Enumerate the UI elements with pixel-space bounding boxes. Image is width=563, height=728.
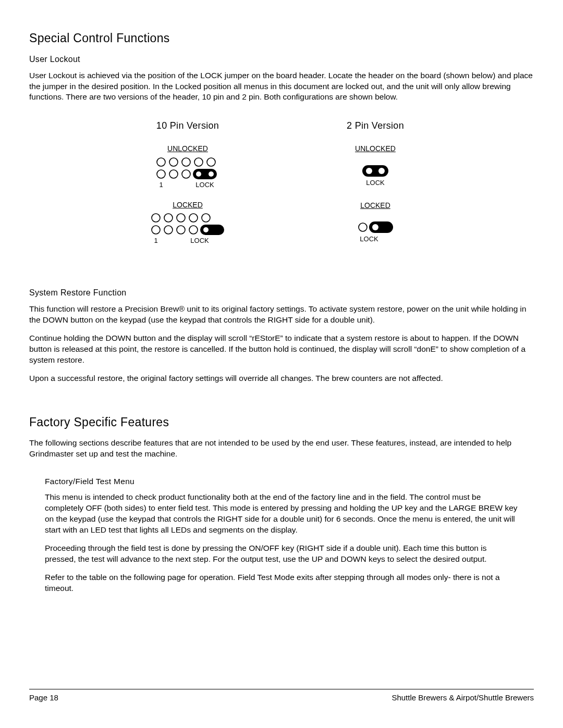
svg-point-0 <box>157 158 165 166</box>
footer-product-name: Shuttle Brewers & Airpot/Shuttle Brewers <box>391 693 534 703</box>
svg-point-3 <box>194 158 203 166</box>
svg-point-17 <box>164 226 173 234</box>
svg-point-2 <box>182 158 190 166</box>
svg-point-4 <box>207 158 215 166</box>
svg-point-9 <box>196 171 201 177</box>
page-footer: Page 18 Shuttle Brewers & Airpot/Shuttle… <box>29 689 534 703</box>
svg-point-19 <box>189 226 198 234</box>
footer-page-number: Page 18 <box>29 693 58 703</box>
two-pin-unlocked: UNLOCKED LOCK <box>315 144 435 189</box>
ten-pin-column: 10 Pin Version UNLOCKED <box>128 119 248 256</box>
paragraph-sysrestore-2: Continue holding the DOWN button and the… <box>29 333 534 366</box>
svg-point-16 <box>152 226 160 234</box>
state-label-locked: LOCKED <box>315 201 435 211</box>
two-pin-locked: LOCKED LOCK <box>315 201 435 246</box>
svg-point-1 <box>169 158 178 166</box>
two-pin-unlocked-diagram: LOCK <box>360 163 391 189</box>
state-label-unlocked: UNLOCKED <box>315 144 435 154</box>
ten-pin-unlocked-diagram: 1 LOCK <box>154 157 222 191</box>
heading-user-lockout: User Lockout <box>29 54 534 65</box>
two-pin-title: 2 Pin Version <box>315 119 435 132</box>
paragraph-user-lockout: User Lockout is achieved via the positio… <box>29 70 534 103</box>
svg-point-25 <box>359 223 367 231</box>
svg-point-13 <box>177 214 185 222</box>
heading-factory-specific: Factory Specific Features <box>29 414 534 430</box>
factory-field-test-section: Factory/Field Test Menu This menu is int… <box>29 467 534 594</box>
svg-point-7 <box>182 170 190 178</box>
lock-label: LOCK <box>195 181 214 189</box>
paragraph-sysrestore-1: This function will restore a Precision B… <box>29 304 534 326</box>
state-label-unlocked: UNLOCKED <box>128 144 248 154</box>
heading-special-control-functions: Special Control Functions <box>29 30 534 46</box>
ten-pin-title: 10 Pin Version <box>128 119 248 132</box>
two-pin-column: 2 Pin Version UNLOCKED LOCK LOCKED <box>315 119 435 256</box>
svg-point-18 <box>177 226 185 234</box>
svg-point-21 <box>203 227 209 232</box>
paragraph-fieldtest-2: Proceeding through the field test is don… <box>45 543 518 565</box>
svg-point-10 <box>209 171 214 177</box>
svg-point-27 <box>372 224 378 230</box>
paragraph-fieldtest-3: Refer to the table on the following page… <box>45 572 518 594</box>
ten-pin-locked-diagram: 1 LOCK <box>149 213 227 246</box>
svg-point-23 <box>366 168 372 174</box>
pin1-label: 1 <box>154 237 157 244</box>
svg-point-6 <box>169 170 178 178</box>
svg-point-14 <box>189 214 198 222</box>
svg-point-15 <box>202 214 210 222</box>
heading-system-restore: System Restore Function <box>29 287 534 299</box>
jumper-diagrams: 10 Pin Version UNLOCKED <box>29 119 534 256</box>
svg-point-24 <box>378 168 385 174</box>
ten-pin-locked: LOCKED <box>128 200 248 247</box>
document-page: Special Control Functions User Lockout U… <box>0 0 563 728</box>
heading-field-test-menu: Factory/Field Test Menu <box>45 476 518 487</box>
paragraph-sysrestore-3: Upon a successful restore, the original … <box>29 373 534 384</box>
paragraph-factory-intro: The following sections describe features… <box>29 438 534 460</box>
lock-label: LOCK <box>190 237 209 244</box>
state-label-locked: LOCKED <box>128 200 248 210</box>
lock-label: LOCK <box>366 179 385 187</box>
two-pin-locked-diagram: LOCK <box>354 219 396 245</box>
ten-pin-unlocked: UNLOCKED <box>128 144 248 191</box>
svg-point-12 <box>164 214 173 222</box>
svg-point-5 <box>157 170 165 178</box>
svg-point-11 <box>152 214 160 222</box>
paragraph-fieldtest-1: This menu is intended to check product f… <box>45 492 518 536</box>
lock-label: LOCK <box>360 235 378 243</box>
pin1-label: 1 <box>159 181 163 189</box>
